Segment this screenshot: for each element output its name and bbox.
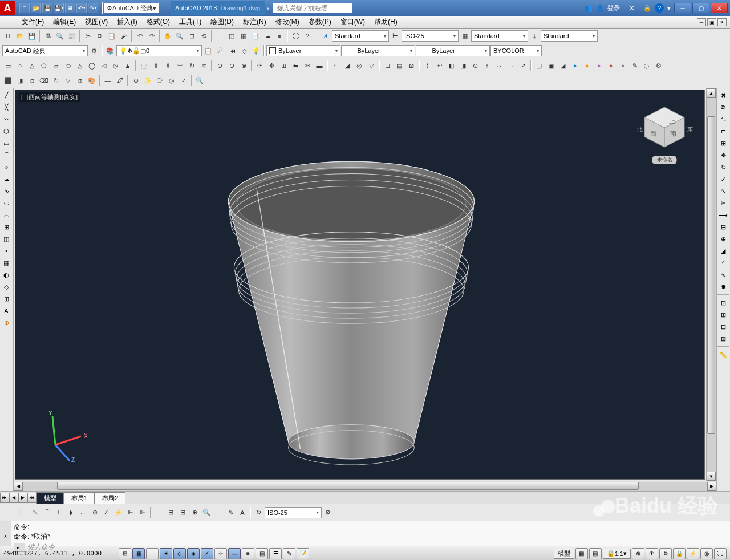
se-offset-icon[interactable]: ⧉ (26, 75, 38, 86)
pline-icon[interactable]: 〰 (1, 113, 12, 125)
cleanscreen-icon[interactable]: ⛶ (290, 30, 301, 42)
preview-icon[interactable]: 🔍 (54, 30, 66, 42)
login-icon[interactable]: 👥 (585, 5, 593, 12)
scroll-down-icon[interactable]: ▼ (707, 472, 716, 481)
cmd-close-icon[interactable]: ✕ (3, 534, 7, 539)
pan-icon[interactable]: ✋ (162, 30, 173, 42)
tab-layout1[interactable]: 布局1 (64, 492, 95, 504)
mtext-icon[interactable]: A (1, 305, 12, 316)
insert-icon[interactable]: ⊞ (1, 221, 12, 233)
slice-icon[interactable]: ✂ (302, 60, 313, 71)
3dosnap-toggle[interactable]: ◈ (187, 548, 200, 559)
xline-icon[interactable]: ╳ (1, 102, 12, 113)
cut-icon[interactable]: ✂ (82, 30, 94, 42)
zoom-window-icon[interactable]: ⊡ (186, 30, 197, 42)
ucs-view-icon[interactable]: ◨ (457, 60, 469, 71)
thicken-icon[interactable]: ▬ (314, 60, 325, 71)
dim-ordinate-icon[interactable]: ⊥ (53, 507, 64, 518)
ucs-face-icon[interactable]: ◧ (445, 60, 457, 71)
tab-prev-icon[interactable]: ◀ (9, 493, 18, 503)
shell-icon[interactable]: ◎ (354, 60, 365, 71)
3drotate-icon[interactable]: ⟳ (254, 60, 265, 71)
doc-restore-button[interactable]: ▣ (707, 18, 716, 26)
vstyle-wire-icon[interactable]: ▣ (545, 60, 557, 71)
3dmirror-icon[interactable]: ⇋ (290, 60, 301, 71)
circle-icon[interactable]: ○ (14, 60, 26, 71)
revolve-icon[interactable]: ↻ (186, 60, 197, 71)
fillet-edge-icon[interactable]: ◜ (330, 60, 341, 71)
vertical-scrollbar[interactable]: ▲ ▼ (706, 88, 716, 481)
mleader-style-dropdown[interactable]: Standard (541, 30, 598, 42)
table-style-dropdown[interactable]: Standard (471, 30, 528, 42)
move-icon[interactable]: ✥ (717, 149, 729, 161)
3dalign-icon[interactable]: ⊞ (278, 60, 289, 71)
addselected-icon[interactable]: ⊕ (1, 317, 12, 328)
se-copyedge-icon[interactable]: — (102, 75, 113, 86)
fillet-icon[interactable]: ◜ (717, 257, 729, 269)
tpy-toggle[interactable]: ▤ (256, 548, 268, 559)
redo-icon[interactable]: ↷ (146, 30, 157, 42)
tab-first-icon[interactable]: ⏮ (0, 493, 9, 503)
inspect-icon[interactable]: 🔍 (201, 507, 212, 518)
array-icon[interactable]: ⊞ (717, 137, 729, 149)
sphere-icon[interactable]: ◯ (86, 60, 98, 71)
dim-baseline-icon[interactable]: ⊩ (125, 507, 136, 518)
se-move-icon[interactable]: ◨ (14, 75, 26, 86)
dim-space-icon[interactable]: ≡ (153, 507, 164, 518)
help-icon[interactable]: ? (655, 3, 664, 13)
polygon-icon[interactable]: ⬠ (38, 60, 50, 71)
qat-plot-icon[interactable]: 🖶 (65, 3, 75, 13)
user-icon[interactable]: 👤 (596, 5, 604, 12)
se-shell-icon[interactable]: ◎ (166, 75, 177, 86)
offset-icon[interactable]: ⊏ (717, 125, 729, 137)
copy-icon[interactable]: ⧉ (717, 102, 729, 113)
sc-toggle[interactable]: ✎ (283, 548, 295, 559)
circle-icon[interactable]: ○ (1, 161, 12, 173)
chamfer-icon[interactable]: ◢ (717, 245, 729, 257)
dim-angular-icon[interactable]: ∠ (101, 507, 112, 518)
dim-continue-icon[interactable]: ⊪ (137, 507, 148, 518)
menu-dimension[interactable]: 标注(N) (238, 16, 271, 28)
taper-icon[interactable]: ▽ (366, 60, 377, 71)
arc-icon[interactable]: ⌒ (1, 149, 12, 161)
workspace-dropdown-2[interactable]: AutoCAD 经典 (2, 45, 88, 56)
keyword-search-input[interactable] (273, 3, 352, 13)
box-icon[interactable]: ▱ (50, 60, 62, 71)
menu-draw[interactable]: 绘图(D) (206, 16, 238, 28)
match-icon[interactable]: 🖌 (118, 30, 129, 42)
coordinates-display[interactable]: 4948.3227, 6.4511 , 0.0000 (3, 550, 117, 557)
layer-states-icon[interactable]: 📋 (202, 45, 214, 56)
se-extrude-icon[interactable]: ⬛ (2, 75, 14, 86)
measure-icon[interactable]: 📏 (717, 349, 729, 360)
scroll-up-icon[interactable]: ▲ (707, 88, 716, 98)
vstyle-real-icon[interactable]: ● (569, 60, 581, 71)
dim-quick-icon[interactable]: ⚡ (113, 507, 124, 518)
workspace-dropdown[interactable]: ⚙ AutoCAD 经典 ▾ (104, 3, 159, 13)
annoscale[interactable]: 🔒 1:1 ▾ (603, 549, 631, 559)
explode-icon[interactable]: ✸ (717, 281, 729, 293)
vscroll-thumb[interactable] (707, 116, 715, 435)
annoauto-icon[interactable]: ⊕ (632, 548, 644, 559)
sheetset-icon[interactable]: 📑 (250, 30, 261, 42)
viewcube[interactable]: 上 南 西 北 东 未命名 (636, 102, 693, 164)
markup-icon[interactable]: ☁ (262, 30, 273, 42)
wedge-icon[interactable]: ◁ (98, 60, 110, 71)
se-check-icon[interactable]: ✓ (178, 75, 189, 86)
print-icon[interactable]: 🖶 (42, 30, 54, 42)
layer-off-icon[interactable]: 💡 (250, 45, 262, 56)
layer-prev-icon[interactable]: ⏮ (226, 45, 238, 56)
vstyle-gray-icon[interactable]: ● (617, 60, 628, 71)
rect-icon[interactable]: ▭ (1, 137, 12, 149)
qp-toggle[interactable]: ☰ (269, 548, 282, 559)
window-close-button[interactable]: ✕ (711, 3, 728, 13)
am-toggle[interactable]: 📝 (297, 548, 309, 559)
cmd-drag-icon[interactable]: ⋮ (3, 529, 8, 534)
torus-icon[interactable]: ◎ (110, 60, 121, 71)
menu-edit[interactable]: 编辑(E) (48, 16, 80, 28)
ucs-icon[interactable]: X Y Z (38, 411, 90, 462)
se-rotate-icon[interactable]: ↻ (50, 75, 62, 86)
loft-icon[interactable]: ≋ (198, 60, 209, 71)
mleader-style-icon[interactable]: ⤵ (529, 30, 540, 42)
vstyle-hidden-icon[interactable]: ◪ (557, 60, 569, 71)
quickview-layouts-icon[interactable]: ▦ (575, 548, 588, 559)
